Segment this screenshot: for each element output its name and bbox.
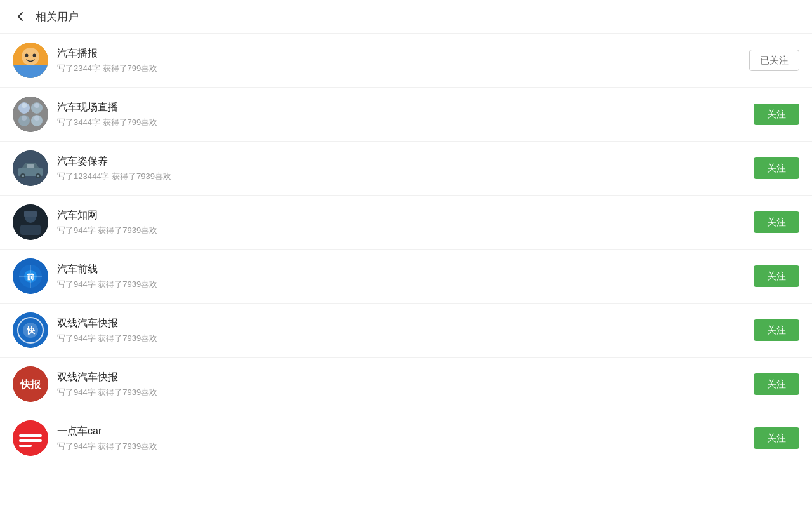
user-info: 汽车姿保养写了123444字 获得了7939喜欢	[57, 155, 754, 182]
avatar	[13, 150, 48, 186]
svg-rect-38	[19, 434, 42, 437]
user-name: 一点车car	[57, 425, 754, 438]
svg-point-11	[34, 103, 39, 108]
avatar	[13, 97, 48, 132]
user-stats: 写了944字 获得了7939喜欢	[57, 441, 754, 452]
user-stats: 写了944字 获得了7939喜欢	[57, 387, 754, 398]
user-name: 双线汽车快报	[57, 371, 754, 384]
user-name: 汽车姿保养	[57, 155, 754, 168]
svg-point-1	[22, 48, 39, 65]
page-title: 相关用户	[36, 10, 79, 24]
follow-button[interactable]: 关注	[754, 265, 799, 287]
user-stats: 写了3444字 获得了799喜欢	[57, 117, 754, 128]
user-stats: 写了2344字 获得了799喜欢	[57, 63, 749, 74]
avatar: 前	[13, 258, 48, 294]
svg-point-3	[33, 54, 36, 57]
user-item: 汽车播报写了2344字 获得了799喜欢已关注	[0, 34, 812, 88]
svg-point-5	[13, 97, 48, 132]
user-item: 一点车car写了944字 获得了7939喜欢关注	[0, 411, 812, 465]
user-stats: 写了944字 获得了7939喜欢	[57, 333, 754, 344]
svg-rect-23	[20, 225, 41, 235]
avatar	[13, 43, 48, 78]
follow-button[interactable]: 关注	[754, 104, 799, 125]
svg-point-19	[37, 175, 39, 177]
svg-point-12	[22, 116, 27, 121]
user-item: 汽车姿保养写了123444字 获得了7939喜欢关注	[0, 142, 812, 196]
user-item: 汽车知网写了944字 获得了7939喜欢关注	[0, 196, 812, 250]
user-info: 汽车播报写了2344字 获得了799喜欢	[57, 47, 749, 74]
user-item: 前 汽车前线写了944字 获得了7939喜欢关注	[0, 250, 812, 304]
svg-point-10	[22, 103, 27, 108]
user-name: 汽车知网	[57, 209, 754, 222]
svg-rect-20	[27, 164, 34, 168]
user-info: 汽车现场直播写了3444字 获得了799喜欢	[57, 101, 754, 128]
svg-text:快报: 快报	[20, 379, 41, 390]
svg-point-17	[22, 175, 24, 177]
user-item: 快 双线汽车快报写了944字 获得了7939喜欢关注	[0, 304, 812, 358]
svg-rect-24	[24, 211, 37, 217]
follow-button[interactable]: 关注	[754, 157, 799, 179]
svg-point-13	[34, 116, 39, 121]
svg-point-2	[25, 54, 29, 57]
header: 相关用户	[0, 0, 812, 34]
user-name: 汽车播报	[57, 47, 749, 60]
user-info: 双线汽车快报写了944字 获得了7939喜欢	[57, 317, 754, 344]
svg-point-37	[13, 420, 48, 456]
user-info: 汽车前线写了944字 获得了7939喜欢	[57, 263, 754, 290]
follow-button[interactable]: 关注	[754, 319, 799, 341]
unfollow-button[interactable]: 已关注	[749, 50, 799, 71]
avatar: 快	[13, 312, 48, 348]
user-name: 汽车前线	[57, 263, 754, 276]
svg-rect-39	[19, 439, 42, 442]
user-stats: 写了944字 获得了7939喜欢	[57, 225, 754, 236]
follow-button[interactable]: 关注	[754, 211, 799, 233]
user-stats: 写了123444字 获得了7939喜欢	[57, 171, 754, 182]
follow-button[interactable]: 关注	[754, 427, 799, 449]
user-item: 快报 双线汽车快报写了944字 获得了7939喜欢关注	[0, 358, 812, 411]
avatar	[13, 420, 48, 456]
svg-text:快: 快	[26, 326, 36, 335]
user-stats: 写了944字 获得了7939喜欢	[57, 279, 754, 290]
svg-rect-40	[19, 444, 32, 447]
user-name: 双线汽车快报	[57, 317, 754, 330]
avatar	[13, 204, 48, 240]
user-info: 双线汽车快报写了944字 获得了7939喜欢	[57, 371, 754, 398]
back-button[interactable]	[13, 9, 28, 24]
user-info: 汽车知网写了944字 获得了7939喜欢	[57, 209, 754, 236]
follow-button[interactable]: 关注	[754, 373, 799, 395]
user-name: 汽车现场直播	[57, 101, 754, 114]
avatar: 快报	[13, 366, 48, 402]
user-item: 汽车现场直播写了3444字 获得了799喜欢关注	[0, 88, 812, 142]
user-list: 汽车播报写了2344字 获得了799喜欢已关注 汽车现场直播写了3444字 获得…	[0, 34, 812, 465]
user-info: 一点车car写了944字 获得了7939喜欢	[57, 425, 754, 452]
